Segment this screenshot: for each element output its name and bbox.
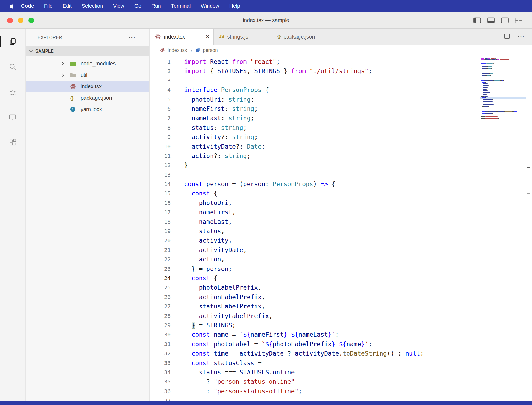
code-line-12[interactable]: 12} bbox=[150, 161, 480, 170]
code-line-23[interactable]: 23 } = person; bbox=[150, 264, 480, 274]
line-number: 28 bbox=[150, 311, 172, 321]
code-text: activityDate?: Date; bbox=[184, 142, 265, 151]
menu-item-file[interactable]: File bbox=[39, 3, 57, 9]
activity-search-icon[interactable] bbox=[0, 61, 25, 73]
line-number: 2 bbox=[150, 66, 172, 76]
code-line-26[interactable]: 26 actionLabelPrefix, bbox=[150, 293, 480, 302]
code-text: status === STATUSES.online bbox=[184, 368, 295, 377]
tab-package.json[interactable]: {}package.json bbox=[272, 29, 345, 45]
line-number: 25 bbox=[150, 283, 172, 292]
tree-item-package.json[interactable]: {}package.json bbox=[26, 92, 149, 104]
breadcrumb-index.tsx[interactable]: index.tsx bbox=[160, 47, 187, 53]
code-line-33[interactable]: 33 const statusClass = bbox=[150, 358, 480, 368]
layout-grid-icon[interactable] bbox=[515, 17, 522, 23]
code-line-25[interactable]: 25 photoLabelPrefix, bbox=[150, 283, 480, 292]
code-line-20[interactable]: 20 activity, bbox=[150, 236, 480, 245]
code-text: photoLabelPrefix, bbox=[184, 283, 262, 292]
menu-item-go[interactable]: Go bbox=[129, 3, 146, 9]
code-line-27[interactable]: 27 statusLabelPrefix, bbox=[150, 302, 480, 311]
split-editor-icon[interactable] bbox=[504, 33, 510, 41]
activity-bar bbox=[0, 29, 26, 401]
tab-close-button[interactable]: × bbox=[205, 33, 210, 40]
code-text: } = person; bbox=[184, 264, 232, 274]
symbol-icon bbox=[195, 48, 200, 53]
activity-debug-icon[interactable] bbox=[0, 86, 25, 98]
code-line-19[interactable]: 19 status, bbox=[150, 227, 480, 236]
code-line-7[interactable]: 7 nameLast: string; bbox=[150, 114, 480, 123]
code-line-21[interactable]: 21 activityDate, bbox=[150, 245, 480, 255]
code-line-9[interactable]: 9 activity?: string; bbox=[150, 132, 480, 142]
line-number: 37 bbox=[150, 396, 172, 401]
close-button[interactable] bbox=[7, 18, 13, 23]
code-line-29[interactable]: 29 } = STRINGS; bbox=[150, 321, 480, 330]
code-line-14[interactable]: 14const person = (person: PersonProps) =… bbox=[150, 179, 480, 189]
code-line-6[interactable]: 6 nameFirst: string; bbox=[150, 104, 480, 114]
tree-item-index.tsx[interactable]: index.tsx bbox=[26, 81, 149, 92]
tab-index.tsx[interactable]: index.tsx× bbox=[150, 29, 214, 45]
tab-strings.js[interactable]: JSstrings.js bbox=[214, 29, 272, 45]
menu-item-selection[interactable]: Selection bbox=[77, 3, 108, 9]
code-line-37[interactable]: 37 bbox=[150, 396, 480, 401]
sidebar-header: EXPLORER ⋯ bbox=[26, 29, 149, 46]
code-line-24[interactable]: 24 const { bbox=[150, 274, 480, 283]
tree-item-yarn.lock[interactable]: yarn.lock bbox=[26, 104, 149, 115]
braces-icon: {} bbox=[277, 34, 281, 39]
code-line-32[interactable]: 32 const time = activityDate ? activityD… bbox=[150, 349, 480, 358]
menu-item-code[interactable]: Code bbox=[16, 3, 39, 9]
menu-item-terminal[interactable]: Terminal bbox=[166, 3, 196, 9]
code-line-3[interactable]: 3 bbox=[150, 76, 480, 85]
menu-item-run[interactable]: Run bbox=[146, 3, 166, 9]
menu-item-edit[interactable]: Edit bbox=[57, 3, 77, 9]
menu-item-window[interactable]: Window bbox=[196, 3, 224, 9]
code-line-10[interactable]: 10 activityDate?: Date; bbox=[150, 142, 480, 151]
code-line-28[interactable]: 28 activityLabelPrefix, bbox=[150, 311, 480, 321]
code-line-34[interactable]: 34 status === STATUSES.online bbox=[150, 368, 480, 377]
minimap[interactable] bbox=[480, 57, 526, 121]
code-line-8[interactable]: 8 status: string; bbox=[150, 123, 480, 132]
activity-explorer-icon[interactable] bbox=[0, 36, 25, 47]
code-editor[interactable]: 1import React from "react";2import { STA… bbox=[150, 56, 532, 401]
code-line-36[interactable]: 36 : "person-status-offline"; bbox=[150, 387, 480, 396]
code-text: import { STATUSES, STRINGS } from "./uti… bbox=[184, 66, 372, 76]
tree-item-util[interactable]: util bbox=[26, 69, 149, 81]
code-line-5[interactable]: 5 photoUri: string; bbox=[150, 95, 480, 104]
tree-item-node_modules[interactable]: node_modules bbox=[26, 58, 149, 69]
tabs: index.tsx×JSstrings.js{}package.json bbox=[150, 29, 345, 45]
code-text: statusLabelPrefix, bbox=[184, 302, 265, 311]
code-line-13[interactable]: 13 bbox=[150, 170, 480, 179]
code-line-22[interactable]: 22 action, bbox=[150, 255, 480, 264]
code-line-30[interactable]: 30 const name = `${nameFirst} ${nameLast… bbox=[150, 330, 480, 339]
layout-sidebar-right-icon[interactable] bbox=[501, 17, 509, 23]
line-number: 31 bbox=[150, 340, 172, 349]
code-line-31[interactable]: 31 const photoLabel = `${photoLabelPrefi… bbox=[150, 340, 480, 349]
tree-item-label: node_modules bbox=[81, 61, 116, 67]
activity-remote-icon[interactable] bbox=[0, 111, 25, 123]
section-sample[interactable]: SAMPLE bbox=[26, 46, 149, 56]
code-line-2[interactable]: 2import { STATUSES, STRINGS } from "./ut… bbox=[150, 66, 480, 76]
line-number: 15 bbox=[150, 189, 172, 198]
layout-panel-icon[interactable] bbox=[487, 17, 495, 23]
code-line-1[interactable]: 1import React from "react"; bbox=[150, 57, 480, 66]
menu-item-help[interactable]: Help bbox=[224, 3, 245, 9]
apple-menu-icon[interactable] bbox=[9, 3, 14, 9]
menu-item-view[interactable]: View bbox=[108, 3, 129, 9]
more-actions-icon[interactable]: ⋯ bbox=[128, 33, 135, 42]
line-number: 6 bbox=[150, 104, 172, 114]
folder-icon bbox=[70, 61, 81, 66]
layout-sidebar-left-icon[interactable] bbox=[473, 17, 481, 23]
code-line-11[interactable]: 11 action?: string; bbox=[150, 151, 480, 161]
minimize-button[interactable] bbox=[18, 18, 23, 23]
code-line-17[interactable]: 17 nameFirst, bbox=[150, 208, 480, 217]
activity-extensions-icon[interactable] bbox=[0, 137, 25, 148]
code-line-18[interactable]: 18 nameLast, bbox=[150, 217, 480, 227]
more-actions-icon[interactable]: ⋯ bbox=[517, 33, 525, 40]
code-line-4[interactable]: 4interface PersonProps { bbox=[150, 85, 480, 95]
minimap-line bbox=[480, 119, 526, 121]
line-number: 17 bbox=[150, 208, 172, 217]
code-line-35[interactable]: 35 ? "person-status-online" bbox=[150, 377, 480, 386]
code-line-16[interactable]: 16 photoUri, bbox=[150, 198, 480, 208]
zoom-button[interactable] bbox=[28, 18, 34, 23]
overview-ruler[interactable] bbox=[526, 56, 532, 401]
code-line-15[interactable]: 15 const { bbox=[150, 189, 480, 198]
breadcrumb-person[interactable]: person bbox=[195, 47, 218, 53]
